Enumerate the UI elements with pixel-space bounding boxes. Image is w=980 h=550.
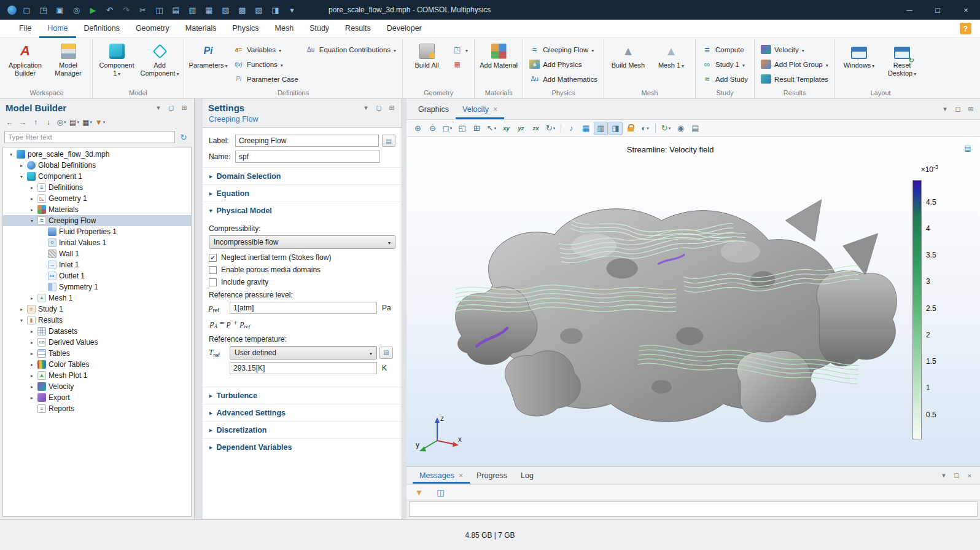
view-xy-button[interactable]: xy	[499, 122, 513, 135]
tree-item-datasets[interactable]: ▸ Datasets	[3, 326, 191, 337]
table-icon[interactable]: ◨	[267, 1, 284, 19]
tree-item-global-definitions[interactable]: ▸ Global Definitions	[3, 160, 191, 171]
panel-menu-icon[interactable]: ▾	[939, 471, 948, 479]
dock-panel-icon[interactable]: ⊞	[180, 104, 189, 112]
tree-item-export[interactable]: ▸ Export	[3, 392, 191, 403]
application-builder-button[interactable]: Application Builder	[4, 40, 46, 79]
variables-button[interactable]: Variables	[230, 42, 301, 57]
panel-menu-icon[interactable]: ▾	[362, 104, 370, 112]
menu-tab-study[interactable]: Study	[301, 20, 337, 38]
component-button[interactable]: Component 1	[96, 40, 138, 79]
close-panel-icon[interactable]: ×	[965, 472, 974, 479]
toolbar-separator[interactable]	[561, 124, 561, 133]
print-icon[interactable]: ▤	[688, 122, 702, 135]
label-input[interactable]	[235, 135, 379, 147]
tree-expand-icon[interactable]: ▸	[29, 185, 35, 191]
comsol-logo[interactable]	[5, 1, 18, 19]
name-input[interactable]	[235, 151, 380, 163]
panel-menu-icon[interactable]: ▾	[154, 104, 163, 112]
rename-button[interactable]	[382, 135, 395, 147]
preview-icon[interactable]: ◎	[68, 1, 85, 19]
save-icon[interactable]: ▣	[52, 1, 68, 19]
move-down-icon[interactable]: ↓	[42, 116, 55, 128]
streamline-plot[interactable]	[425, 159, 909, 457]
delete-icon[interactable]: ▦	[201, 1, 217, 19]
menu-tab-home[interactable]: Home	[39, 20, 76, 38]
plot-properties-icon[interactable]: ▤	[962, 143, 974, 154]
temperature-input[interactable]	[230, 362, 377, 374]
tree-item-initial-values-1[interactable]: Initial Values 1	[3, 237, 191, 248]
view-zx-button[interactable]: zx	[529, 122, 543, 135]
checkbox[interactable]	[209, 254, 217, 262]
tree-item-wall-1[interactable]: Wall 1	[3, 248, 191, 259]
graphics-canvas[interactable]: Streamline: Velocity field ▤	[406, 137, 980, 466]
tree-item-reports[interactable]: Reports	[3, 403, 191, 414]
build-mesh-icon[interactable]: ▩	[234, 1, 251, 19]
back-icon[interactable]: ←	[4, 116, 16, 128]
tree-item-fluid-properties-1[interactable]: Fluid Properties 1	[3, 226, 191, 237]
section-physical-model[interactable]: Physical Model	[203, 202, 402, 219]
section-turbulence[interactable]: Turbulence	[203, 387, 402, 404]
panel-menu-icon[interactable]: ▾	[941, 105, 949, 113]
build-all-button[interactable]: Build All	[406, 40, 448, 71]
tree-item-outlet-1[interactable]: Outlet 1	[3, 270, 191, 281]
tree-item-materials[interactable]: ▸ Materials	[3, 204, 191, 215]
tree-expand-icon[interactable]: ▾	[18, 318, 25, 323]
zoom-out-icon[interactable]: ⊖	[426, 122, 440, 135]
parameters-button[interactable]: Parameters	[187, 40, 229, 71]
scene-rotation-icon[interactable]: ↻▾	[543, 122, 558, 135]
zoom-box-icon[interactable]: ◻▾	[440, 122, 454, 135]
tree-item-study-1[interactable]: ▸ Study 1	[3, 304, 191, 315]
help-button[interactable]: ?	[960, 23, 971, 34]
show-table-icon[interactable]: ▦	[579, 122, 593, 135]
go-to-default-view-icon[interactable]: ↖▾	[484, 122, 499, 135]
tree-expand-icon[interactable]: ▸	[29, 384, 35, 390]
dock-panel-icon[interactable]: ⊞	[387, 104, 396, 112]
view-yz-button[interactable]: yz	[514, 122, 528, 135]
build-all-icon[interactable]: ▨	[217, 1, 234, 19]
reset-desktop-button[interactable]: Reset Desktop	[881, 40, 923, 79]
copy-table-icon[interactable]: ◫	[434, 485, 448, 499]
tree-item-inlet-1[interactable]: Inlet 1	[3, 259, 191, 270]
dock-panel-icon[interactable]: ⊞	[966, 105, 975, 113]
model-tree-options-icon[interactable]: ▦▾	[81, 116, 93, 128]
tree-item-symmetry-1[interactable]: Symmetry 1	[3, 281, 191, 293]
tree-item-component-1[interactable]: ▾ Component 1	[3, 171, 191, 182]
tab-graphics[interactable]: Graphics	[411, 99, 456, 119]
tree-item-results[interactable]: ▾ Results	[3, 315, 191, 326]
float-panel-icon[interactable]: ◻	[952, 471, 961, 479]
section-dependent-variables[interactable]: Dependent Variables	[203, 438, 402, 455]
menu-tab-file[interactable]: File	[11, 20, 39, 38]
tree-expand-icon[interactable]: ▸	[29, 395, 35, 401]
zoom-selected-icon[interactable]: ⊞	[470, 122, 484, 135]
tree-item-creeping-flow[interactable]: ▾ Creeping Flow	[3, 215, 191, 226]
menu-tab-physics[interactable]: Physics	[224, 20, 266, 38]
model-manager-button[interactable]: Model Manager	[47, 40, 89, 79]
add-physics-button[interactable]: Add Physics	[526, 57, 601, 71]
functions-button[interactable]: Functions	[230, 57, 301, 71]
add-plot-group-button[interactable]: Add Plot Group	[758, 57, 831, 71]
checkbox[interactable]	[209, 278, 217, 286]
compressibility-select[interactable]: Incompressible flow	[209, 235, 395, 249]
side-panel-icon[interactable]: ◨	[609, 122, 623, 135]
close-tab-icon[interactable]: ×	[493, 105, 497, 114]
environment-light-icon[interactable]: ◐▾	[638, 122, 652, 135]
add-mathematics-button[interactable]: Add Mathematics	[526, 72, 601, 86]
redo-icon[interactable]: ↷	[118, 1, 134, 19]
copy-icon[interactable]: ◫	[151, 1, 168, 19]
tree-expand-icon[interactable]: ▸	[18, 307, 25, 312]
menu-tab-developer[interactable]: Developer	[379, 20, 430, 38]
zoom-in-icon[interactable]: ⊕	[411, 122, 425, 135]
section-equation[interactable]: Equation	[203, 184, 402, 202]
tab-progress[interactable]: Progress	[470, 467, 514, 484]
refresh-plot-icon[interactable]: ↻▾	[659, 122, 673, 135]
measure-button[interactable]	[449, 57, 471, 71]
tree-item-velocity[interactable]: ▸ Velocity	[3, 381, 191, 392]
evaluate-icon[interactable]: ▧	[251, 1, 267, 19]
open-file-icon[interactable]: ◳	[35, 1, 52, 19]
tree-item-tables[interactable]: ▸ Tables	[3, 348, 191, 359]
undo-icon[interactable]: ↶	[101, 1, 118, 19]
reference-temperature-select[interactable]: User defined	[230, 346, 377, 359]
float-panel-icon[interactable]: ◻	[167, 104, 176, 112]
equation-contributions-button[interactable]: Equation Contributions	[303, 42, 399, 57]
